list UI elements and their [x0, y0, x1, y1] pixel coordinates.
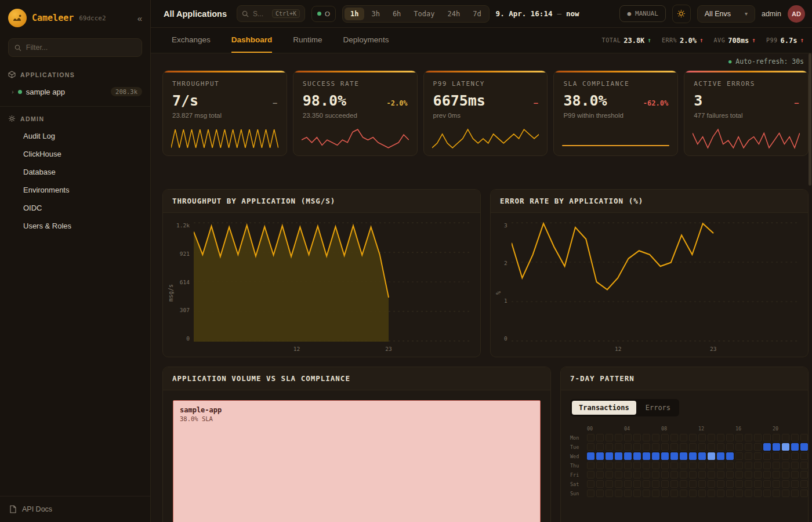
heatmap-cell[interactable] [587, 462, 594, 469]
heatmap-cell[interactable] [643, 434, 650, 441]
heatmap-cell[interactable] [680, 452, 687, 460]
heatmap-cell[interactable] [596, 434, 604, 441]
heatmap-cell[interactable] [606, 471, 613, 478]
heatmap-cell[interactable] [773, 471, 780, 478]
heatmap-cell[interactable] [708, 462, 715, 469]
heatmap-cell[interactable] [698, 490, 706, 497]
heatmap-cell[interactable] [643, 471, 650, 478]
heatmap-cell[interactable] [643, 462, 650, 469]
tab-runtime[interactable]: Runtime [293, 28, 322, 53]
heatmap-cell[interactable] [800, 443, 808, 451]
tab-exchanges[interactable]: Exchanges [172, 28, 211, 53]
heatmap-cell[interactable] [661, 452, 669, 460]
heatmap-cell[interactable] [606, 434, 613, 441]
heatmap-cell[interactable] [652, 490, 659, 497]
heatmap-cell[interactable] [624, 480, 632, 488]
heatmap-cell[interactable] [763, 490, 771, 497]
heatmap-cell[interactable] [689, 434, 697, 441]
heatmap-cell[interactable] [633, 462, 641, 469]
time-range-24h[interactable]: 24h [441, 8, 466, 20]
heatmap-cell[interactable] [708, 471, 715, 478]
heatmap-cell[interactable] [708, 480, 715, 488]
date-range-display[interactable]: 9. Apr. 16:14 – now [496, 9, 579, 18]
sidebar-item-clickhouse[interactable]: ClickHouse [0, 145, 150, 163]
heatmap-cell[interactable] [791, 452, 799, 460]
heatmap-cell[interactable] [670, 443, 678, 451]
heatmap-cell[interactable] [782, 443, 789, 451]
heatmap-cell[interactable] [587, 434, 594, 441]
heatmap-cell[interactable] [745, 471, 752, 478]
heatmap-cell[interactable] [624, 434, 632, 441]
heatmap-cell[interactable] [745, 434, 752, 441]
heatmap-cell[interactable] [800, 480, 808, 488]
heatmap-cell[interactable] [800, 490, 808, 497]
heatmap-cell[interactable] [652, 462, 659, 469]
heatmap-cell[interactable] [754, 480, 762, 488]
heatmap-cell[interactable] [763, 480, 771, 488]
heatmap-cell[interactable] [708, 443, 715, 451]
heatmap-cell[interactable] [633, 434, 641, 441]
environment-select[interactable]: All Envs ▾ [697, 5, 755, 23]
heatmap-cell[interactable] [624, 462, 632, 469]
time-range-7d[interactable]: 7d [467, 8, 487, 20]
heatmap-cell[interactable] [763, 443, 771, 451]
sidebar-item-oidc[interactable]: OIDC [0, 199, 150, 217]
heatmap-cell[interactable] [606, 452, 613, 460]
heatmap-cell[interactable] [615, 452, 622, 460]
heatmap-cell[interactable] [791, 490, 799, 497]
heatmap-cell[interactable] [754, 443, 762, 451]
live-status-pill[interactable]: O [311, 6, 336, 22]
heatmap-cell[interactable] [717, 452, 724, 460]
heatmap-cell[interactable] [615, 462, 622, 469]
heatmap-cell[interactable] [680, 462, 687, 469]
heatmap-cell[interactable] [754, 452, 762, 460]
heatmap-cell[interactable] [791, 443, 799, 451]
heatmap-cell[interactable] [698, 462, 706, 469]
heatmap-cell[interactable] [615, 434, 622, 441]
heatmap-cell[interactable] [754, 471, 762, 478]
heatmap-cell[interactable] [624, 471, 632, 478]
heatmap-cell[interactable] [708, 434, 715, 441]
global-search-button[interactable]: S... Ctrl+K [237, 5, 305, 22]
heatmap-cell[interactable] [726, 452, 734, 460]
heatmap-cell[interactable] [633, 471, 641, 478]
theme-toggle-button[interactable] [672, 5, 691, 23]
heatmap-cell[interactable] [680, 434, 687, 441]
sidebar-item-users-roles[interactable]: Users & Roles [0, 217, 150, 235]
heatmap-cell[interactable] [689, 462, 697, 469]
heatmap-cell[interactable] [754, 490, 762, 497]
heatmap-cell[interactable] [670, 434, 678, 441]
heatmap-cell[interactable] [615, 480, 622, 488]
heatmap-cell[interactable] [596, 462, 604, 469]
heatmap-cell[interactable] [606, 480, 613, 488]
heatmap-cell[interactable] [698, 480, 706, 488]
heatmap-cell[interactable] [735, 480, 743, 488]
heatmap-cell[interactable] [670, 490, 678, 497]
heatmap-cell[interactable] [661, 490, 669, 497]
heatmap-cell[interactable] [689, 471, 697, 478]
heatmap-cell[interactable] [661, 443, 669, 451]
heatmap-cell[interactable] [726, 480, 734, 488]
heatmap-cell[interactable] [717, 443, 724, 451]
tab-deployments[interactable]: Deployments [343, 28, 389, 53]
sidebar-item-audit-log[interactable]: Audit Log [0, 127, 150, 145]
heatmap-cell[interactable] [615, 443, 622, 451]
sidebar-item-environments[interactable]: Environments [0, 181, 150, 199]
heatmap-cell[interactable] [754, 462, 762, 469]
heatmap-cell[interactable] [726, 443, 734, 451]
heatmap-cell[interactable] [615, 471, 622, 478]
heatmap-cell[interactable] [652, 434, 659, 441]
heatmap-cell[interactable] [606, 462, 613, 469]
heatmap-cell[interactable] [773, 434, 780, 441]
heatmap-cell[interactable] [800, 462, 808, 469]
heatmap-cell[interactable] [661, 480, 669, 488]
heatmap-cell[interactable] [652, 471, 659, 478]
time-range-today[interactable]: Today [408, 8, 440, 20]
heatmap-cell[interactable] [726, 462, 734, 469]
heatmap-cell[interactable] [652, 443, 659, 451]
treemap-cell-sample-app[interactable]: sample-app 38.0% SLA [173, 400, 541, 522]
heatmap-cell[interactable] [652, 452, 659, 460]
heatmap-cell[interactable] [633, 443, 641, 451]
heatmap-cell[interactable] [791, 434, 799, 441]
heatmap-cell[interactable] [633, 452, 641, 460]
